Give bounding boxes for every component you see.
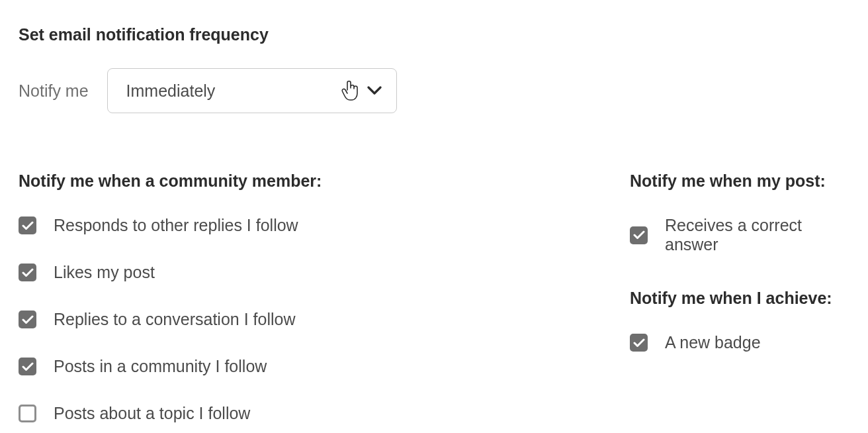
dropdown-right (341, 79, 382, 103)
notify-me-label: Notify me (19, 81, 89, 101)
checkbox-label-correct-answer: Receives a correct answer (665, 216, 849, 254)
frequency-row: Notify me Immediately (19, 68, 849, 113)
checkbox-likes[interactable] (19, 264, 36, 281)
checkbox-replies[interactable] (19, 311, 36, 328)
chevron-down-icon (367, 86, 382, 95)
community-member-heading: Notify me when a community member: (19, 171, 603, 191)
my-post-heading: Notify me when my post: (630, 171, 849, 191)
checkbox-posts-topic[interactable] (19, 405, 36, 422)
checkbox-label-posts-community: Posts in a community I follow (54, 357, 267, 376)
checkbox-label-posts-topic: Posts about a topic I follow (54, 404, 250, 423)
left-column: Notify me when a community member: Respo… (19, 171, 603, 423)
frequency-dropdown[interactable]: Immediately (107, 68, 397, 113)
checkbox-row-correct-answer: Receives a correct answer (630, 216, 849, 254)
checkbox-row-posts-community: Posts in a community I follow (19, 357, 603, 376)
pointer-cursor-icon (341, 79, 361, 103)
checkmark-icon (22, 315, 34, 324)
checkbox-label-responds: Responds to other replies I follow (54, 216, 298, 235)
checkbox-row-likes: Likes my post (19, 263, 603, 282)
frequency-title: Set email notification frequency (19, 25, 849, 44)
checkmark-icon (633, 230, 645, 240)
checkbox-new-badge[interactable] (630, 334, 648, 352)
checkmark-icon (22, 362, 34, 371)
checkbox-row-responds: Responds to other replies I follow (19, 216, 603, 235)
right-column: Notify me when my post: Receives a corre… (630, 171, 849, 423)
checkbox-row-new-badge: A new badge (630, 333, 849, 352)
checkmark-icon (633, 338, 645, 348)
checkbox-label-new-badge: A new badge (665, 333, 761, 352)
frequency-dropdown-value: Immediately (126, 81, 216, 101)
checkbox-row-replies: Replies to a conversation I follow (19, 310, 603, 329)
checkbox-label-likes: Likes my post (54, 263, 155, 282)
checkbox-label-replies: Replies to a conversation I follow (54, 310, 295, 329)
checkbox-posts-community[interactable] (19, 358, 36, 375)
checkmark-icon (22, 268, 34, 277)
notification-columns: Notify me when a community member: Respo… (19, 171, 849, 423)
achieve-heading: Notify me when I achieve: (630, 289, 849, 308)
checkbox-row-posts-topic: Posts about a topic I follow (19, 404, 603, 423)
checkbox-responds[interactable] (19, 216, 36, 234)
checkbox-correct-answer[interactable] (630, 226, 648, 244)
checkmark-icon (22, 221, 34, 230)
